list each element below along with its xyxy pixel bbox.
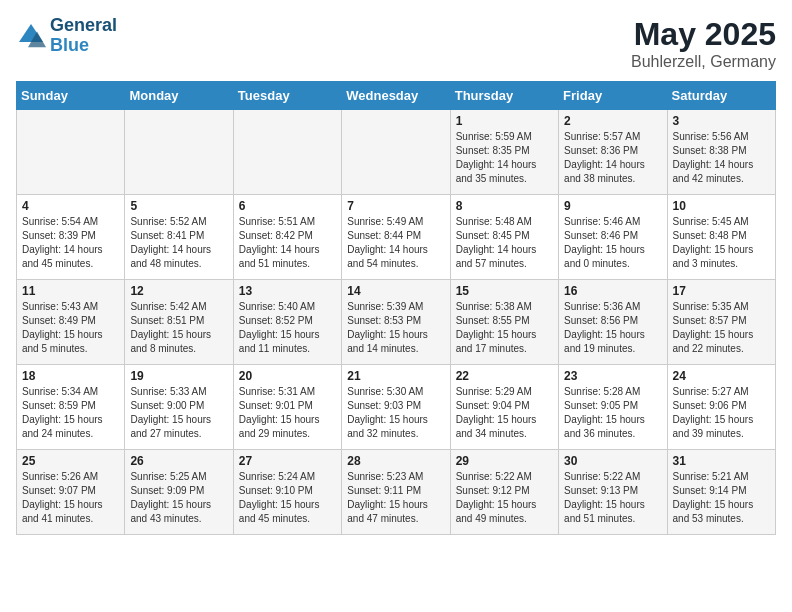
calendar-cell bbox=[17, 110, 125, 195]
weekday-header: Wednesday bbox=[342, 82, 450, 110]
calendar-cell: 7Sunrise: 5:49 AM Sunset: 8:44 PM Daylig… bbox=[342, 195, 450, 280]
cell-content: Sunrise: 5:49 AM Sunset: 8:44 PM Dayligh… bbox=[347, 215, 444, 271]
calendar-body: 1Sunrise: 5:59 AM Sunset: 8:35 PM Daylig… bbox=[17, 110, 776, 535]
weekday-header: Thursday bbox=[450, 82, 558, 110]
day-number: 22 bbox=[456, 369, 553, 383]
cell-content: Sunrise: 5:54 AM Sunset: 8:39 PM Dayligh… bbox=[22, 215, 119, 271]
calendar-cell: 12Sunrise: 5:42 AM Sunset: 8:51 PM Dayli… bbox=[125, 280, 233, 365]
day-number: 6 bbox=[239, 199, 336, 213]
calendar-cell: 20Sunrise: 5:31 AM Sunset: 9:01 PM Dayli… bbox=[233, 365, 341, 450]
cell-content: Sunrise: 5:28 AM Sunset: 9:05 PM Dayligh… bbox=[564, 385, 661, 441]
calendar-cell: 19Sunrise: 5:33 AM Sunset: 9:00 PM Dayli… bbox=[125, 365, 233, 450]
cell-content: Sunrise: 5:22 AM Sunset: 9:13 PM Dayligh… bbox=[564, 470, 661, 526]
day-number: 31 bbox=[673, 454, 770, 468]
cell-content: Sunrise: 5:35 AM Sunset: 8:57 PM Dayligh… bbox=[673, 300, 770, 356]
calendar-title: May 2025 bbox=[631, 16, 776, 53]
calendar-cell: 3Sunrise: 5:56 AM Sunset: 8:38 PM Daylig… bbox=[667, 110, 775, 195]
cell-content: Sunrise: 5:46 AM Sunset: 8:46 PM Dayligh… bbox=[564, 215, 661, 271]
weekday-header: Saturday bbox=[667, 82, 775, 110]
calendar-cell: 13Sunrise: 5:40 AM Sunset: 8:52 PM Dayli… bbox=[233, 280, 341, 365]
calendar-cell: 28Sunrise: 5:23 AM Sunset: 9:11 PM Dayli… bbox=[342, 450, 450, 535]
logo-icon bbox=[16, 21, 46, 51]
day-number: 10 bbox=[673, 199, 770, 213]
day-number: 15 bbox=[456, 284, 553, 298]
calendar-cell: 14Sunrise: 5:39 AM Sunset: 8:53 PM Dayli… bbox=[342, 280, 450, 365]
cell-content: Sunrise: 5:27 AM Sunset: 9:06 PM Dayligh… bbox=[673, 385, 770, 441]
day-number: 26 bbox=[130, 454, 227, 468]
cell-content: Sunrise: 5:31 AM Sunset: 9:01 PM Dayligh… bbox=[239, 385, 336, 441]
calendar-cell: 6Sunrise: 5:51 AM Sunset: 8:42 PM Daylig… bbox=[233, 195, 341, 280]
calendar-subtitle: Buhlerzell, Germany bbox=[631, 53, 776, 71]
cell-content: Sunrise: 5:57 AM Sunset: 8:36 PM Dayligh… bbox=[564, 130, 661, 186]
calendar-cell bbox=[233, 110, 341, 195]
cell-content: Sunrise: 5:43 AM Sunset: 8:49 PM Dayligh… bbox=[22, 300, 119, 356]
day-number: 24 bbox=[673, 369, 770, 383]
calendar-cell: 9Sunrise: 5:46 AM Sunset: 8:46 PM Daylig… bbox=[559, 195, 667, 280]
day-number: 5 bbox=[130, 199, 227, 213]
calendar-cell: 29Sunrise: 5:22 AM Sunset: 9:12 PM Dayli… bbox=[450, 450, 558, 535]
cell-content: Sunrise: 5:39 AM Sunset: 8:53 PM Dayligh… bbox=[347, 300, 444, 356]
calendar-cell: 2Sunrise: 5:57 AM Sunset: 8:36 PM Daylig… bbox=[559, 110, 667, 195]
calendar-cell: 23Sunrise: 5:28 AM Sunset: 9:05 PM Dayli… bbox=[559, 365, 667, 450]
page-header: General Blue May 2025 Buhlerzell, German… bbox=[16, 16, 776, 71]
cell-content: Sunrise: 5:42 AM Sunset: 8:51 PM Dayligh… bbox=[130, 300, 227, 356]
day-number: 17 bbox=[673, 284, 770, 298]
cell-content: Sunrise: 5:56 AM Sunset: 8:38 PM Dayligh… bbox=[673, 130, 770, 186]
day-number: 18 bbox=[22, 369, 119, 383]
calendar-cell: 25Sunrise: 5:26 AM Sunset: 9:07 PM Dayli… bbox=[17, 450, 125, 535]
day-number: 2 bbox=[564, 114, 661, 128]
day-number: 9 bbox=[564, 199, 661, 213]
cell-content: Sunrise: 5:26 AM Sunset: 9:07 PM Dayligh… bbox=[22, 470, 119, 526]
day-number: 20 bbox=[239, 369, 336, 383]
day-number: 28 bbox=[347, 454, 444, 468]
calendar-cell: 30Sunrise: 5:22 AM Sunset: 9:13 PM Dayli… bbox=[559, 450, 667, 535]
cell-content: Sunrise: 5:29 AM Sunset: 9:04 PM Dayligh… bbox=[456, 385, 553, 441]
cell-content: Sunrise: 5:24 AM Sunset: 9:10 PM Dayligh… bbox=[239, 470, 336, 526]
calendar-cell: 5Sunrise: 5:52 AM Sunset: 8:41 PM Daylig… bbox=[125, 195, 233, 280]
weekday-header: Monday bbox=[125, 82, 233, 110]
cell-content: Sunrise: 5:34 AM Sunset: 8:59 PM Dayligh… bbox=[22, 385, 119, 441]
day-number: 14 bbox=[347, 284, 444, 298]
calendar-cell: 11Sunrise: 5:43 AM Sunset: 8:49 PM Dayli… bbox=[17, 280, 125, 365]
calendar-cell: 22Sunrise: 5:29 AM Sunset: 9:04 PM Dayli… bbox=[450, 365, 558, 450]
cell-content: Sunrise: 5:48 AM Sunset: 8:45 PM Dayligh… bbox=[456, 215, 553, 271]
cell-content: Sunrise: 5:25 AM Sunset: 9:09 PM Dayligh… bbox=[130, 470, 227, 526]
cell-content: Sunrise: 5:40 AM Sunset: 8:52 PM Dayligh… bbox=[239, 300, 336, 356]
weekday-header: Tuesday bbox=[233, 82, 341, 110]
calendar-cell bbox=[125, 110, 233, 195]
day-number: 30 bbox=[564, 454, 661, 468]
day-number: 16 bbox=[564, 284, 661, 298]
day-number: 12 bbox=[130, 284, 227, 298]
calendar-cell bbox=[342, 110, 450, 195]
calendar-cell: 27Sunrise: 5:24 AM Sunset: 9:10 PM Dayli… bbox=[233, 450, 341, 535]
cell-content: Sunrise: 5:45 AM Sunset: 8:48 PM Dayligh… bbox=[673, 215, 770, 271]
calendar-cell: 15Sunrise: 5:38 AM Sunset: 8:55 PM Dayli… bbox=[450, 280, 558, 365]
cell-content: Sunrise: 5:59 AM Sunset: 8:35 PM Dayligh… bbox=[456, 130, 553, 186]
day-number: 11 bbox=[22, 284, 119, 298]
logo-text: General Blue bbox=[50, 16, 117, 56]
cell-content: Sunrise: 5:21 AM Sunset: 9:14 PM Dayligh… bbox=[673, 470, 770, 526]
calendar-cell: 8Sunrise: 5:48 AM Sunset: 8:45 PM Daylig… bbox=[450, 195, 558, 280]
cell-content: Sunrise: 5:51 AM Sunset: 8:42 PM Dayligh… bbox=[239, 215, 336, 271]
weekday-header: Sunday bbox=[17, 82, 125, 110]
calendar-cell: 18Sunrise: 5:34 AM Sunset: 8:59 PM Dayli… bbox=[17, 365, 125, 450]
cell-content: Sunrise: 5:30 AM Sunset: 9:03 PM Dayligh… bbox=[347, 385, 444, 441]
cell-content: Sunrise: 5:38 AM Sunset: 8:55 PM Dayligh… bbox=[456, 300, 553, 356]
day-number: 27 bbox=[239, 454, 336, 468]
cell-content: Sunrise: 5:33 AM Sunset: 9:00 PM Dayligh… bbox=[130, 385, 227, 441]
calendar-cell: 4Sunrise: 5:54 AM Sunset: 8:39 PM Daylig… bbox=[17, 195, 125, 280]
cell-content: Sunrise: 5:22 AM Sunset: 9:12 PM Dayligh… bbox=[456, 470, 553, 526]
cell-content: Sunrise: 5:52 AM Sunset: 8:41 PM Dayligh… bbox=[130, 215, 227, 271]
calendar-cell: 26Sunrise: 5:25 AM Sunset: 9:09 PM Dayli… bbox=[125, 450, 233, 535]
calendar-cell: 21Sunrise: 5:30 AM Sunset: 9:03 PM Dayli… bbox=[342, 365, 450, 450]
day-number: 1 bbox=[456, 114, 553, 128]
calendar-cell: 1Sunrise: 5:59 AM Sunset: 8:35 PM Daylig… bbox=[450, 110, 558, 195]
day-number: 3 bbox=[673, 114, 770, 128]
day-number: 4 bbox=[22, 199, 119, 213]
day-number: 21 bbox=[347, 369, 444, 383]
title-block: May 2025 Buhlerzell, Germany bbox=[631, 16, 776, 71]
calendar-cell: 24Sunrise: 5:27 AM Sunset: 9:06 PM Dayli… bbox=[667, 365, 775, 450]
calendar-table: SundayMondayTuesdayWednesdayThursdayFrid… bbox=[16, 81, 776, 535]
calendar-cell: 17Sunrise: 5:35 AM Sunset: 8:57 PM Dayli… bbox=[667, 280, 775, 365]
calendar-cell: 10Sunrise: 5:45 AM Sunset: 8:48 PM Dayli… bbox=[667, 195, 775, 280]
